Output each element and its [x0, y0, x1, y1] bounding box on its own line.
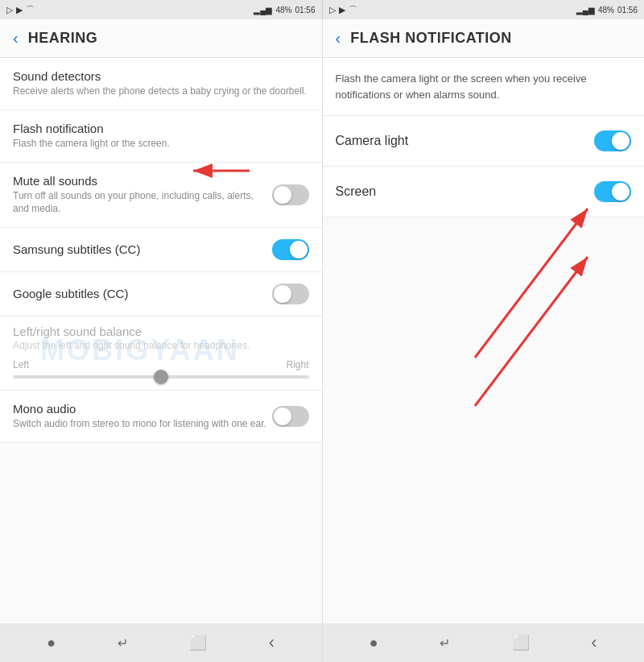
samsung-subtitles-title: Samsung subtitles (CC) [13, 242, 272, 256]
right-nav-recent[interactable]: ↵ [440, 635, 450, 651]
media-icon: ▶ [16, 5, 23, 15]
right-nav-dot[interactable]: ● [369, 635, 378, 652]
status-icons-left: ▷ ▶ ⌒ [6, 4, 35, 16]
mono-audio-item[interactable]: Mono audio Switch audio from stereo to m… [0, 391, 322, 443]
google-subtitles-toggle[interactable] [272, 283, 309, 304]
battery-left: 48% [275, 6, 291, 14]
left-nav-home[interactable]: ⬜ [189, 634, 207, 652]
left-navbar: ● ↵ ⬜ ‹ [0, 623, 322, 662]
screen-toggle[interactable] [594, 181, 631, 202]
left-nav-back[interactable]: ‹ [269, 632, 275, 653]
signal-icon-left: ▂▄▆ [254, 6, 272, 14]
wifi-icon-r: ⌒ [349, 4, 357, 16]
left-nav-dot[interactable]: ● [47, 635, 56, 652]
flash-notification-text: Flash notification Flash the camera ligh… [13, 122, 309, 151]
samsung-subtitles-item[interactable]: Samsung subtitles (CC) [0, 228, 322, 272]
balance-subtitle: Adjust the left and right sound balance … [13, 340, 309, 351]
balance-title: Left/right sound balance [13, 325, 309, 338]
screen-left: ‹ HEARING Sound detectors Receive alerts… [0, 19, 323, 662]
right-nav-back[interactable]: ‹ [591, 632, 597, 653]
mono-audio-subtitle: Switch audio from stereo to mono for lis… [13, 417, 272, 431]
left-navbar-buttons: ● ↵ ⬜ ‹ [0, 623, 322, 662]
right-navbar-buttons: ● ↵ ⬜ ‹ [323, 623, 645, 662]
mute-all-text: Mute all sounds Turn off all sounds on y… [13, 174, 272, 217]
balance-slider[interactable] [13, 375, 309, 379]
camera-light-item[interactable]: Camera light [323, 116, 645, 167]
wifi-icon: ⌒ [26, 4, 35, 16]
screen-label: Screen [336, 184, 377, 199]
status-bar: ▷ ▶ ⌒ ▂▄▆ 48% 01:56 ▷ ▶ ⌒ ▂▄▆ 48% 01:56 [0, 0, 644, 19]
mute-all-title: Mute all sounds [13, 174, 272, 188]
play-icon: ▷ [6, 5, 13, 15]
mono-audio-toggle[interactable] [272, 406, 309, 427]
right-navbar: ● ↵ ⬜ ‹ [323, 623, 645, 662]
google-subtitles-text: Google subtitles (CC) [13, 287, 272, 302]
status-info-right: ▂▄▆ 48% 01:56 [576, 6, 638, 14]
time-right: 01:56 [617, 6, 638, 14]
left-header: ‹ HEARING [0, 19, 322, 58]
mute-all-subtitle: Turn off all sounds on your phone, inclu… [13, 189, 272, 217]
mono-audio-title: Mono audio [13, 402, 272, 416]
status-icons-right: ▷ ▶ ⌒ [329, 4, 357, 16]
right-empty-space [323, 217, 645, 623]
left-page-title: HEARING [28, 30, 98, 47]
screen-item[interactable]: Screen [323, 167, 645, 217]
sound-balance-section: Left/right sound balance Adjust the left… [0, 317, 322, 391]
sound-detectors-subtitle: Receive alerts when the phone detects a … [13, 85, 309, 98]
balance-labels: Left Right [13, 359, 309, 370]
right-page-title: FLASH NOTIFICATION [350, 30, 512, 47]
screen-right: ‹ FLASH NOTIFICATION Flash the camera li… [323, 19, 645, 662]
status-bar-right: ▷ ▶ ⌒ ▂▄▆ 48% 01:56 [323, 0, 645, 19]
signal-icon-right: ▂▄▆ [576, 6, 595, 14]
screens-wrapper: MOBIGYAAN ‹ HEARING Sound detectors Rece… [0, 19, 644, 662]
samsung-subtitles-text: Samsung subtitles (CC) [13, 242, 272, 258]
left-back-button[interactable]: ‹ [13, 29, 19, 48]
sound-detectors-item[interactable]: Sound detectors Receive alerts when the … [0, 58, 322, 110]
balance-left-label: Left [13, 359, 29, 370]
time-left: 01:56 [295, 6, 315, 14]
status-bar-left: ▷ ▶ ⌒ ▂▄▆ 48% 01:56 [0, 0, 322, 19]
battery-right: 48% [598, 6, 614, 14]
right-nav-home[interactable]: ⬜ [512, 634, 530, 652]
right-back-button[interactable]: ‹ [336, 29, 341, 48]
mute-all-toggle[interactable] [272, 184, 309, 205]
samsung-subtitles-toggle[interactable] [272, 239, 309, 260]
sound-detectors-title: Sound detectors [13, 69, 309, 83]
mute-all-item[interactable]: Mute all sounds Turn off all sounds on y… [0, 163, 322, 229]
google-subtitles-title: Google subtitles (CC) [13, 287, 272, 300]
status-info-left: ▂▄▆ 48% 01:56 [254, 6, 315, 14]
flash-notification-subtitle: Flash the camera light or the screen. [13, 137, 309, 151]
mono-audio-text: Mono audio Switch audio from stereo to m… [13, 402, 272, 431]
media-icon-r: ▶ [339, 5, 345, 15]
play-icon-r: ▷ [329, 5, 336, 15]
camera-light-label: Camera light [336, 134, 409, 148]
right-header: ‹ FLASH NOTIFICATION [323, 19, 645, 58]
google-subtitles-item[interactable]: Google subtitles (CC) [0, 272, 322, 317]
flash-description: Flash the camera light or the screen whe… [323, 58, 645, 116]
flash-notification-title: Flash notification [13, 122, 309, 135]
sound-detectors-text: Sound detectors Receive alerts when the … [13, 69, 309, 98]
left-nav-recent[interactable]: ↵ [118, 635, 128, 651]
balance-thumb[interactable] [154, 370, 168, 384]
balance-right-label: Right [286, 359, 308, 370]
flash-notification-item[interactable]: Flash notification Flash the camera ligh… [0, 110, 322, 163]
camera-light-toggle[interactable] [594, 130, 631, 151]
left-settings-list: Sound detectors Receive alerts when the … [0, 58, 322, 623]
